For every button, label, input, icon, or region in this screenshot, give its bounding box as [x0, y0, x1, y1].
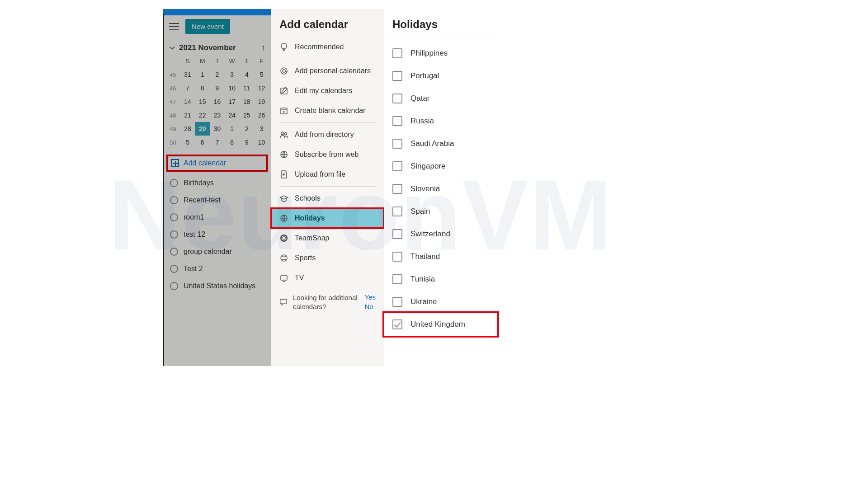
calendar-day[interactable]: 14 [180, 95, 195, 108]
checkbox-icon[interactable] [392, 319, 402, 329]
holiday-country-spain[interactable]: Spain [384, 200, 497, 223]
calendar-day[interactable]: 26 [254, 108, 269, 122]
checkbox-icon[interactable] [392, 252, 402, 262]
checkbox-icon[interactable] [392, 274, 402, 284]
checkbox-icon[interactable] [392, 94, 402, 103]
menu-item-edit-my-calendars[interactable]: Edit my calendars [271, 81, 384, 101]
menu-item-recommended[interactable]: Recommended [271, 37, 384, 57]
holiday-country-philippines[interactable]: Philippines [384, 42, 497, 65]
menu-item-teamsnap[interactable]: TeamSnap [271, 228, 384, 248]
menu-item-schools[interactable]: Schools [271, 188, 384, 208]
svg-point-5 [285, 133, 287, 135]
calendar-list-item[interactable]: Birthdays [164, 174, 271, 192]
calendar-day[interactable]: 2 [210, 68, 225, 81]
calendar-day[interactable]: 11 [240, 81, 255, 95]
holiday-country-switzerland[interactable]: Switzerland [384, 223, 497, 245]
calendar-list-item[interactable]: Test 2 [164, 260, 271, 277]
calendar-day[interactable]: 7 [210, 136, 225, 149]
calendar-day[interactable]: 22 [195, 108, 210, 122]
prompt-yes[interactable]: Yes [365, 293, 376, 301]
holidays-panel: Holidays PhilippinesPortugalQatarRussiaS… [384, 9, 497, 366]
calendar-day[interactable]: 9 [210, 81, 225, 95]
calendar-day[interactable]: 4 [240, 68, 255, 81]
checkbox-icon[interactable] [392, 161, 402, 171]
calendar-list-item[interactable]: room1 [164, 209, 271, 226]
calendar-day[interactable]: 29 [195, 122, 210, 136]
menu-item-holidays[interactable]: Holidays [271, 208, 384, 228]
calendar-day[interactable]: 18 [240, 95, 255, 108]
calendar-day[interactable]: 5 [254, 68, 269, 81]
menu-item-upload-from-file[interactable]: Upload from file [271, 164, 384, 184]
radio-icon [170, 196, 178, 204]
globe-icon [279, 214, 288, 223]
checkbox-icon[interactable] [392, 71, 402, 81]
prompt-no[interactable]: No [365, 303, 376, 310]
calendar-list-item[interactable]: group calendar [164, 243, 271, 260]
add-calendar-link[interactable]: Add calendar [167, 155, 267, 171]
holiday-country-slovenia[interactable]: Slovenia [384, 178, 497, 200]
calendar-list-item[interactable]: United States holidays [164, 277, 271, 295]
calendar-day[interactable]: 8 [195, 81, 210, 95]
prev-month-icon[interactable]: ↑ [261, 43, 265, 52]
calendar-day[interactable]: 16 [210, 95, 225, 108]
calendar-list-item[interactable]: Recent-test [164, 192, 271, 209]
checkbox-icon[interactable] [392, 184, 402, 194]
holiday-country-tunisia[interactable]: Tunisia [384, 268, 497, 291]
calendar-day[interactable]: 15 [195, 95, 210, 108]
calendar-day[interactable]: 5 [180, 136, 195, 149]
menu-item-create-blank-calendar[interactable]: Create blank calendar [271, 101, 384, 121]
calendar-name: test 12 [184, 230, 205, 239]
calendar-day[interactable]: 2 [240, 122, 255, 136]
menu-item-tv[interactable]: TV [271, 268, 384, 288]
holiday-country-saudi-arabia[interactable]: Saudi Arabia [384, 132, 497, 155]
calendar-day[interactable]: 24 [225, 108, 240, 122]
calendar-day[interactable]: 31 [180, 68, 195, 81]
calendar-day[interactable]: 10 [254, 136, 269, 149]
menu-item-label: TeamSnap [295, 234, 330, 242]
menu-item-add-from-directory[interactable]: Add from directory [271, 125, 384, 145]
calendar-day[interactable]: 1 [195, 68, 210, 81]
calendar-day[interactable]: 30 [210, 122, 225, 136]
calendar-list-item[interactable]: test 12 [164, 226, 271, 243]
menu-item-sports[interactable]: Sports [271, 248, 384, 268]
calendar-day[interactable]: 23 [210, 108, 225, 122]
chevron-down-icon[interactable] [169, 45, 175, 51]
checkbox-icon[interactable] [392, 48, 402, 58]
calendar-day[interactable]: 19 [254, 95, 269, 108]
svg-rect-11 [280, 299, 287, 304]
holiday-country-qatar[interactable]: Qatar [384, 87, 497, 110]
calendar-day[interactable]: 28 [180, 122, 195, 136]
additional-calendars-prompt: Looking for additional calendars? Yes No [271, 288, 384, 316]
holiday-country-ukraine[interactable]: Ukraine [384, 291, 497, 313]
calendar-day[interactable]: 3 [225, 68, 240, 81]
holiday-country-portugal[interactable]: Portugal [384, 65, 497, 87]
checkbox-icon[interactable] [392, 229, 402, 239]
calendar-day[interactable]: 6 [195, 136, 210, 149]
calendar-day[interactable]: 3 [254, 122, 269, 136]
holiday-country-thailand[interactable]: Thailand [384, 245, 497, 268]
calendar-day[interactable]: 1 [225, 122, 240, 136]
people-icon [279, 130, 288, 139]
holiday-country-russia[interactable]: Russia [384, 110, 497, 132]
hamburger-icon[interactable] [169, 23, 179, 30]
menu-item-label: Holidays [295, 214, 325, 222]
calendar-day[interactable]: 12 [254, 81, 269, 95]
holiday-country-united-kingdom[interactable]: United Kingdom [384, 313, 497, 336]
calendar-day[interactable]: 21 [180, 108, 195, 122]
checkbox-icon[interactable] [392, 139, 402, 149]
checkbox-icon[interactable] [392, 297, 402, 307]
checkbox-icon[interactable] [392, 206, 402, 216]
calendar-day[interactable]: 8 [225, 136, 240, 149]
chat-icon [279, 293, 288, 311]
calendar-day[interactable]: 10 [225, 81, 240, 95]
checkbox-icon[interactable] [392, 116, 402, 126]
calendar-day[interactable]: 9 [240, 136, 255, 149]
calendar-day[interactable]: 17 [225, 95, 240, 108]
holiday-country-singapore[interactable]: Singapore [384, 155, 497, 178]
svg-point-4 [281, 132, 284, 135]
calendar-day[interactable]: 25 [240, 108, 255, 122]
menu-item-add-personal-calendars[interactable]: Add personal calendars [271, 61, 384, 81]
new-event-button[interactable]: New event [185, 19, 230, 34]
calendar-day[interactable]: 7 [180, 81, 195, 95]
menu-item-subscribe-from-web[interactable]: Subscribe from web [271, 145, 384, 164]
